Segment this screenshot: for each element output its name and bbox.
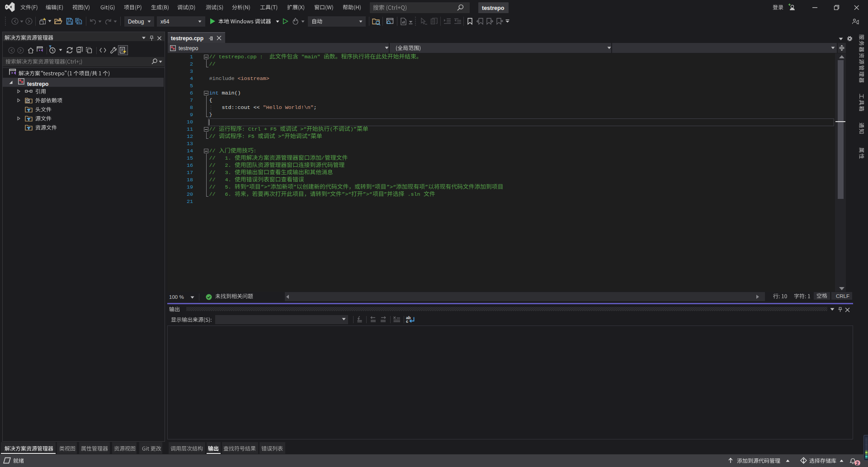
svg-text:c: c xyxy=(406,319,408,324)
